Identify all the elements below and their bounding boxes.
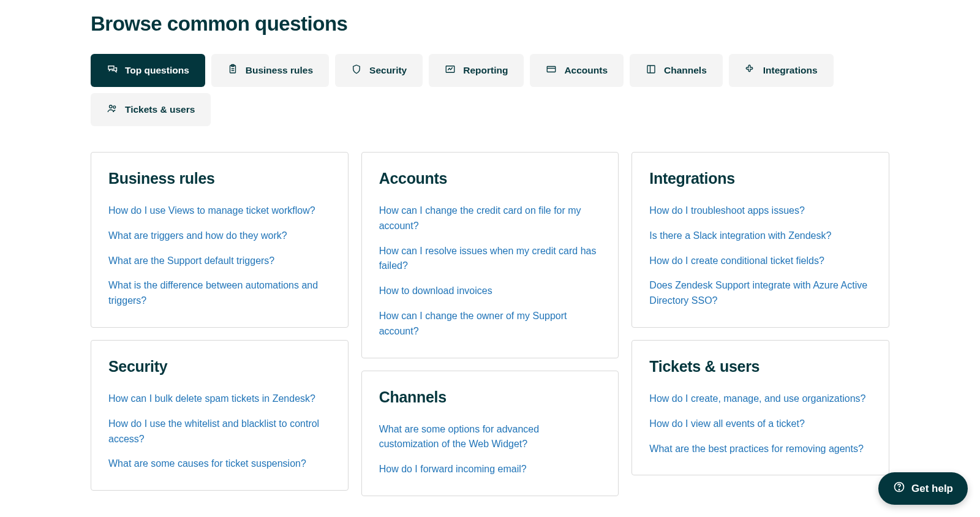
card-title: Business rules [108, 170, 331, 187]
tab-top-questions[interactable]: Top questions [91, 54, 205, 87]
question-link[interactable]: How do I create, manage, and use organiz… [649, 393, 865, 404]
list-item: How do I use Views to manage ticket work… [108, 203, 331, 219]
tab-label: Integrations [763, 65, 818, 76]
tab-label: Tickets & users [125, 104, 195, 115]
tab-channels[interactable]: Channels [630, 54, 723, 87]
svg-point-6 [113, 106, 116, 108]
question-link[interactable]: How do I use the whitelist and blacklist… [108, 418, 319, 444]
list-item: How can I resolve issues when my credit … [379, 244, 601, 274]
tab-label: Accounts [564, 65, 608, 76]
question-link[interactable]: How to download invoices [379, 285, 492, 296]
question-link[interactable]: How do I create conditional ticket field… [649, 255, 824, 266]
shield-icon [351, 64, 362, 77]
chat-icon [107, 64, 118, 77]
panel-icon [646, 64, 657, 77]
tab-security[interactable]: Security [335, 54, 423, 87]
question-link[interactable]: How can I change the credit card on file… [379, 205, 581, 231]
list-item: What are some options for advanced custo… [379, 422, 601, 453]
tab-label: Reporting [463, 65, 508, 76]
card-title: Channels [379, 388, 601, 406]
question-link[interactable]: What are triggers and how do they work? [108, 230, 287, 241]
users-icon [107, 103, 118, 116]
tab-reporting[interactable]: Reporting [429, 54, 524, 87]
list-item: What is the difference between automatio… [108, 278, 331, 309]
page-title: Browse common questions [91, 12, 889, 36]
tab-business-rules[interactable]: Business rules [211, 54, 329, 87]
card-title: Security [108, 358, 331, 375]
list-item: What are the best practices for removing… [649, 442, 872, 457]
list-item: Does Zendesk Support integrate with Azur… [649, 278, 872, 309]
tab-integrations[interactable]: Integrations [729, 54, 834, 87]
question-link[interactable]: What is the difference between automatio… [108, 280, 318, 306]
svg-rect-3 [548, 67, 556, 72]
question-link[interactable]: How do I troubleshoot apps issues? [649, 205, 804, 216]
question-link[interactable]: How do I use Views to manage ticket work… [108, 205, 315, 216]
list-item: How do I forward incoming email? [379, 462, 601, 477]
question-link[interactable]: How do I forward incoming email? [379, 464, 527, 474]
list-item: How do I troubleshoot apps issues? [649, 203, 872, 219]
list-item: How can I change the owner of my Support… [379, 309, 601, 339]
question-link[interactable]: What are the Support default triggers? [108, 255, 274, 266]
list-item: What are triggers and how do they work? [108, 228, 331, 244]
card-title: Integrations [649, 170, 872, 187]
card-channels: Channels What are some options for advan… [361, 371, 619, 496]
chart-icon [445, 64, 456, 77]
svg-point-5 [110, 105, 113, 108]
card-integrations: Integrations How do I troubleshoot apps … [631, 152, 889, 328]
card-security: Security How can I bulk delete spam tick… [91, 340, 349, 491]
question-link[interactable]: What are the best practices for removing… [649, 443, 864, 454]
question-link[interactable]: How can I resolve issues when my credit … [379, 246, 597, 271]
svg-point-8 [899, 489, 899, 490]
cards-grid: Business rules How do I use Views to man… [91, 152, 889, 496]
tab-label: Business rules [246, 65, 313, 76]
list-item: What are the Support default triggers? [108, 254, 331, 269]
card-icon [546, 64, 557, 77]
get-help-widget[interactable]: Get help [878, 472, 968, 496]
list-item: How do I use the whitelist and blacklist… [108, 417, 331, 447]
list-item: How do I view all events of a ticket? [649, 417, 872, 432]
puzzle-icon [745, 64, 756, 77]
tab-label: Top questions [125, 65, 189, 76]
card-business-rules: Business rules How do I use Views to man… [91, 152, 349, 328]
tab-label: Channels [664, 65, 707, 76]
card-accounts: Accounts How can I change the credit car… [361, 152, 619, 358]
question-link[interactable]: Does Zendesk Support integrate with Azur… [649, 280, 867, 306]
svg-rect-4 [647, 66, 655, 73]
tab-accounts[interactable]: Accounts [530, 54, 624, 87]
list-item: How do I create, manage, and use organiz… [649, 391, 872, 407]
question-link[interactable]: How do I view all events of a ticket? [649, 418, 804, 429]
category-tabs: Top questions Business rules Security Re… [91, 54, 889, 126]
tab-tickets-users[interactable]: Tickets & users [91, 93, 211, 126]
help-label: Get help [911, 483, 953, 495]
card-title: Tickets & users [649, 358, 872, 375]
question-link[interactable]: Is there a Slack integration with Zendes… [649, 230, 831, 241]
list-item: Is there a Slack integration with Zendes… [649, 228, 872, 244]
clipboard-icon [227, 64, 238, 77]
list-item: How do I create conditional ticket field… [649, 254, 872, 269]
list-item: How to download invoices [379, 284, 601, 299]
help-icon [893, 481, 905, 496]
question-link[interactable]: What are some causes for ticket suspensi… [108, 458, 306, 469]
list-item: How can I change the credit card on file… [379, 203, 601, 234]
list-item: What are some causes for ticket suspensi… [108, 456, 331, 472]
question-link[interactable]: What are some options for advanced custo… [379, 424, 539, 450]
card-title: Accounts [379, 170, 601, 187]
list-item: How can I bulk delete spam tickets in Ze… [108, 391, 331, 407]
question-link[interactable]: How can I change the owner of my Support… [379, 311, 567, 336]
question-link[interactable]: How can I bulk delete spam tickets in Ze… [108, 393, 315, 404]
card-tickets-users: Tickets & users How do I create, manage,… [631, 340, 889, 475]
tab-label: Security [369, 65, 407, 76]
